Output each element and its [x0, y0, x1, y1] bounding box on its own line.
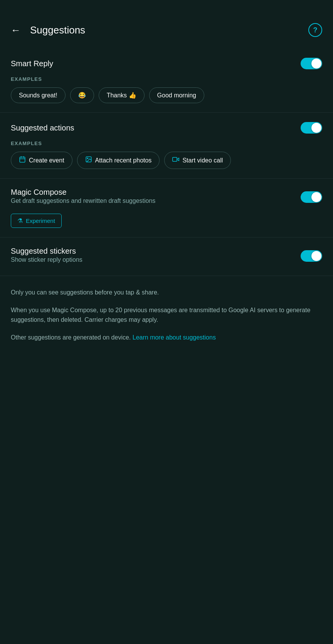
help-icon-label: ? — [313, 26, 318, 34]
smart-reply-toggle[interactable] — [301, 58, 322, 69]
chip-thanks[interactable]: Thanks 👍 — [99, 87, 145, 103]
magic-compose-toggle[interactable] — [301, 191, 322, 203]
smart-reply-title: Smart Reply — [11, 59, 53, 68]
calendar-icon — [19, 156, 26, 165]
suggested-actions-examples-label: EXAMPLES — [11, 141, 322, 146]
suggested-actions-toggle[interactable] — [301, 122, 322, 134]
info-text-2: When you use Magic Compose, up to 20 pre… — [11, 305, 322, 325]
suggested-actions-row: Suggested actions — [11, 122, 322, 134]
suggested-actions-title: Suggested actions — [11, 124, 74, 132]
info-text-3: Other suggestions are generated on devic… — [11, 333, 322, 343]
suggested-stickers-title: Suggested stickers — [11, 247, 82, 256]
flask-icon: ⚗ — [17, 217, 23, 224]
smart-reply-section: Smart Reply EXAMPLES Sounds great! 😂 Tha… — [0, 49, 333, 113]
suggested-stickers-row: Suggested stickers Show sticker reply op… — [11, 247, 322, 265]
magic-compose-section: Magic Compose Get draft suggestions and … — [0, 179, 333, 238]
svg-marker-6 — [177, 158, 179, 161]
suggested-stickers-text: Suggested stickers Show sticker reply op… — [11, 247, 82, 265]
suggested-stickers-section: Suggested stickers Show sticker reply op… — [0, 238, 333, 276]
back-button[interactable]: ← — [11, 24, 21, 36]
chip-create-event-label: Create event — [29, 157, 64, 164]
header-left: ← Suggestions — [11, 24, 85, 36]
chip-emoji-label: 😂 — [78, 92, 86, 99]
magic-compose-subtitle: Get draft suggestions and rewritten draf… — [11, 197, 155, 204]
experiment-badge[interactable]: ⚗ Experiment — [11, 214, 62, 228]
video-icon — [172, 156, 179, 165]
smart-reply-chips: Sounds great! 😂 Thanks 👍 Good morning — [11, 87, 322, 103]
svg-rect-7 — [173, 157, 177, 162]
page-title: Suggestions — [30, 24, 85, 36]
header: ← Suggestions ? — [0, 0, 333, 49]
suggested-stickers-toggle[interactable] — [301, 250, 322, 262]
info-text-1: Only you can see suggestions before you … — [11, 288, 322, 298]
svg-point-5 — [87, 158, 88, 159]
chip-thanks-label: Thanks 👍 — [107, 92, 136, 99]
chip-good-morning-label: Good morning — [157, 92, 196, 99]
smart-reply-row: Smart Reply — [11, 58, 322, 69]
chip-attach-photos[interactable]: Attach recent photos — [77, 152, 160, 169]
info-text-3-before: Other suggestions are generated on devic… — [11, 334, 133, 341]
info-section: Only you can see suggestions before you … — [0, 276, 333, 361]
chip-attach-photos-label: Attach recent photos — [95, 157, 152, 164]
svg-rect-0 — [20, 157, 25, 162]
learn-more-link[interactable]: Learn more about suggestions — [133, 334, 216, 341]
chip-sounds-great[interactable]: Sounds great! — [11, 87, 66, 103]
smart-reply-examples-label: EXAMPLES — [11, 76, 322, 82]
suggested-actions-section: Suggested actions EXAMPLES Create event … — [0, 113, 333, 179]
chip-sounds-great-label: Sounds great! — [19, 92, 57, 99]
help-button[interactable]: ? — [308, 23, 322, 37]
magic-compose-title: Magic Compose — [11, 188, 155, 197]
photo-icon — [85, 156, 92, 165]
magic-compose-text: Magic Compose Get draft suggestions and … — [11, 188, 155, 206]
experiment-label: Experiment — [26, 217, 55, 224]
chip-good-morning[interactable]: Good morning — [149, 87, 204, 103]
suggested-actions-chips: Create event Attach recent photos Start … — [11, 152, 322, 169]
chip-emoji[interactable]: 😂 — [70, 87, 94, 103]
suggested-stickers-subtitle: Show sticker reply options — [11, 256, 82, 263]
magic-compose-row: Magic Compose Get draft suggestions and … — [11, 188, 322, 206]
chip-create-event[interactable]: Create event — [11, 152, 72, 169]
chip-start-video-call-label: Start video call — [182, 157, 223, 164]
chip-start-video-call[interactable]: Start video call — [164, 152, 231, 169]
